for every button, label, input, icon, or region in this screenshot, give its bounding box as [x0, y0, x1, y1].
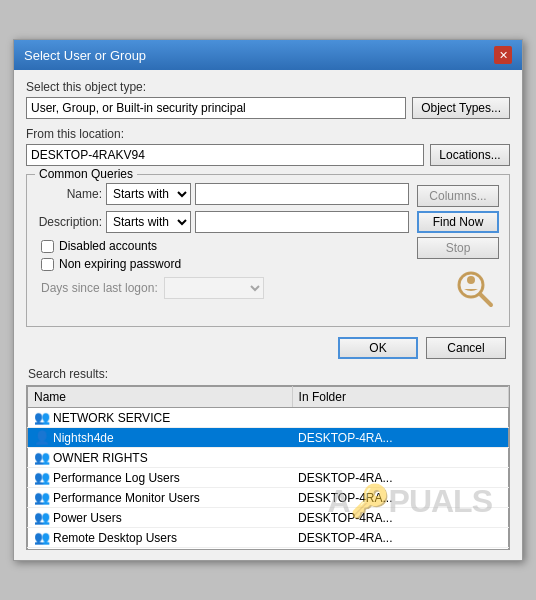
- select-user-group-dialog: Select User or Group ✕ Select this objec…: [13, 39, 523, 561]
- days-label: Days since last logon:: [41, 281, 158, 295]
- days-row: Days since last logon:: [37, 277, 409, 299]
- cancel-button[interactable]: Cancel: [426, 337, 506, 359]
- row-name: 👥Remote Desktop Users: [28, 528, 293, 548]
- row-name: 👥NETWORK SERVICE: [28, 408, 293, 428]
- row-name: 👥OWNER RIGHTS: [28, 448, 293, 468]
- stop-button[interactable]: Stop: [417, 237, 499, 259]
- wizard-icon: [417, 267, 499, 316]
- col-name-header: Name: [28, 387, 293, 408]
- object-type-label: Select this object type:: [26, 80, 510, 94]
- name-query-row: Name: Starts with: [37, 183, 409, 205]
- search-results-scroll[interactable]: Name In Folder 👥NETWORK SERVICE 👤Nightsh…: [26, 385, 510, 550]
- name-starts-with-select[interactable]: Starts with: [106, 183, 191, 205]
- object-type-input[interactable]: [26, 97, 406, 119]
- common-queries-group: Common Queries Name: Starts with Descrip…: [26, 174, 510, 327]
- location-row: Locations...: [26, 144, 510, 166]
- description-query-label: Description:: [37, 215, 102, 229]
- common-queries-tab[interactable]: Common Queries: [35, 167, 137, 181]
- title-bar: Select User or Group ✕: [14, 40, 522, 70]
- close-button[interactable]: ✕: [494, 46, 512, 64]
- table-row[interactable]: 👥Remote Desktop Users DESKTOP-4RA...: [28, 528, 509, 548]
- row-name: 👥Power Users: [28, 508, 293, 528]
- non-expiring-row: Non expiring password: [37, 257, 409, 271]
- queries-inner: Name: Starts with Description: Starts wi…: [37, 183, 499, 316]
- row-folder: DESKTOP-4RA...: [292, 428, 508, 448]
- find-now-button[interactable]: Find Now: [417, 211, 499, 233]
- disabled-accounts-checkbox[interactable]: [41, 240, 54, 253]
- object-type-row: Object Types...: [26, 97, 510, 119]
- table-row[interactable]: 👥Performance Log Users DESKTOP-4RA...: [28, 468, 509, 488]
- dialog-body: Select this object type: Object Types...…: [14, 70, 522, 560]
- table-header-row: Name In Folder: [28, 387, 509, 408]
- locations-button[interactable]: Locations...: [430, 144, 510, 166]
- table-row[interactable]: 👥Performance Monitor Users DESKTOP-4RA..…: [28, 488, 509, 508]
- queries-right: Columns... Find Now Stop: [417, 183, 499, 316]
- row-name: 👤Nightsh4de: [28, 428, 293, 448]
- search-results-label: Search results:: [26, 367, 510, 381]
- row-folder: DESKTOP-4RA...: [292, 528, 508, 548]
- row-folder: DESKTOP-4RA...: [292, 508, 508, 528]
- ok-cancel-row: OK Cancel: [26, 337, 510, 359]
- row-folder: [292, 548, 508, 551]
- name-query-input[interactable]: [195, 183, 409, 205]
- col-folder-header: In Folder: [292, 387, 508, 408]
- location-input[interactable]: [26, 144, 424, 166]
- row-name: 👥Performance Log Users: [28, 468, 293, 488]
- non-expiring-label: Non expiring password: [59, 257, 181, 271]
- queries-left: Name: Starts with Description: Starts wi…: [37, 183, 409, 316]
- ok-button[interactable]: OK: [338, 337, 418, 359]
- description-starts-with-select[interactable]: Starts with: [106, 211, 191, 233]
- row-folder: DESKTOP-4RA...: [292, 468, 508, 488]
- svg-point-1: [467, 276, 475, 284]
- table-row[interactable]: 👥NETWORK SERVICE: [28, 408, 509, 428]
- row-folder: DESKTOP-4RA...: [292, 488, 508, 508]
- description-query-input[interactable]: [195, 211, 409, 233]
- description-query-row: Description: Starts with: [37, 211, 409, 233]
- row-folder: [292, 408, 508, 428]
- non-expiring-checkbox[interactable]: [41, 258, 54, 271]
- table-row[interactable]: 👥REMOTE INTERACTIVE ...: [28, 548, 509, 551]
- columns-button[interactable]: Columns...: [417, 185, 499, 207]
- table-row[interactable]: 👤Nightsh4de DESKTOP-4RA...: [28, 428, 509, 448]
- row-name: 👥Performance Monitor Users: [28, 488, 293, 508]
- location-label: From this location:: [26, 127, 510, 141]
- table-row[interactable]: 👥Power Users DESKTOP-4RA...: [28, 508, 509, 528]
- disabled-accounts-row: Disabled accounts: [37, 239, 409, 253]
- disabled-accounts-label: Disabled accounts: [59, 239, 157, 253]
- svg-line-2: [480, 294, 491, 305]
- dialog-title: Select User or Group: [24, 48, 146, 63]
- row-name: 👥REMOTE INTERACTIVE ...: [28, 548, 293, 551]
- table-row[interactable]: 👥OWNER RIGHTS: [28, 448, 509, 468]
- days-dropdown[interactable]: [164, 277, 264, 299]
- row-folder: [292, 448, 508, 468]
- object-types-button[interactable]: Object Types...: [412, 97, 510, 119]
- results-table: Name In Folder 👥NETWORK SERVICE 👤Nightsh…: [27, 386, 509, 550]
- name-query-label: Name:: [37, 187, 102, 201]
